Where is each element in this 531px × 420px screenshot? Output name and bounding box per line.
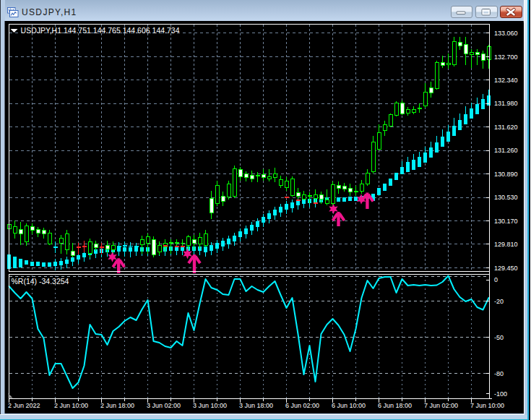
svg-text:7 Jun 10:00: 7 Jun 10:00 bbox=[470, 402, 504, 409]
svg-text:-100: -100 bbox=[494, 390, 507, 398]
svg-text:131.620: 131.620 bbox=[494, 124, 518, 131]
svg-text:6 Jun 10:00: 6 Jun 10:00 bbox=[332, 402, 366, 409]
svg-text:130.170: 130.170 bbox=[494, 218, 518, 225]
svg-text:6 Jun 18:00: 6 Jun 18:00 bbox=[378, 402, 412, 409]
svg-text:130.530: 130.530 bbox=[494, 194, 518, 201]
svg-text:%R(14) -34.3254: %R(14) -34.3254 bbox=[12, 277, 69, 286]
svg-text:131.260: 131.260 bbox=[494, 147, 518, 154]
svg-text:-80: -80 bbox=[494, 370, 504, 377]
svg-text:131.980: 131.980 bbox=[494, 100, 518, 107]
svg-text:-20: -20 bbox=[494, 298, 504, 305]
svg-text:2 Jun 2022: 2 Jun 2022 bbox=[8, 402, 40, 409]
svg-text:USDJPY,H1 144.751 144.765 144.: USDJPY,H1 144.751 144.765 144.606 144.73… bbox=[21, 26, 180, 35]
svg-text:7 Jun 02:00: 7 Jun 02:00 bbox=[424, 402, 458, 409]
svg-text:-50: -50 bbox=[494, 334, 504, 341]
svg-text:3 Jun 18:00: 3 Jun 18:00 bbox=[239, 402, 273, 409]
svg-text:0: 0 bbox=[494, 276, 498, 283]
svg-text:129.810: 129.810 bbox=[494, 241, 518, 248]
svg-text:3 Jun 02:00: 3 Jun 02:00 bbox=[147, 402, 181, 409]
svg-text:132.700: 132.700 bbox=[494, 53, 518, 61]
svg-text:129.450: 129.450 bbox=[494, 265, 518, 272]
svg-text:2 Jun 10:00: 2 Jun 10:00 bbox=[54, 402, 88, 409]
svg-text:2 Jun 18:00: 2 Jun 18:00 bbox=[100, 402, 134, 409]
svg-text:130.890: 130.890 bbox=[494, 171, 518, 178]
svg-text:6 Jun 02:00: 6 Jun 02:00 bbox=[285, 402, 319, 409]
svg-text:133.060: 133.060 bbox=[494, 30, 518, 37]
svg-text:132.340: 132.340 bbox=[494, 77, 518, 84]
svg-text:3 Jun 10:00: 3 Jun 10:00 bbox=[193, 402, 227, 409]
